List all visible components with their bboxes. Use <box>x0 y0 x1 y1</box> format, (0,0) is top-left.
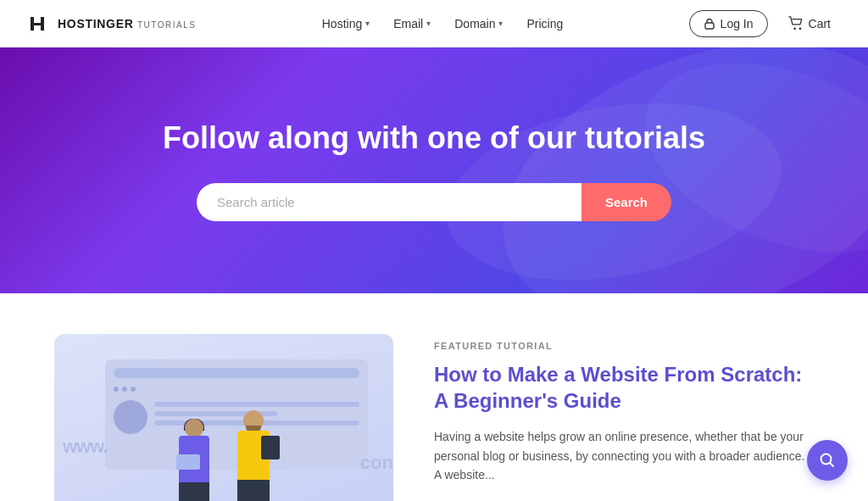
chevron-down-icon: ▾ <box>498 19 503 28</box>
nav-hosting[interactable]: Hosting ▾ <box>312 10 380 37</box>
hero-section: Follow along with one of our tutorials S… <box>0 47 868 293</box>
featured-info: FEATURED TUTORIAL How to Make a Website … <box>434 334 814 501</box>
nav-domain[interactable]: Domain ▾ <box>444 10 513 37</box>
person-woman <box>164 419 224 501</box>
brand-sub: TUTORIALS <box>137 20 196 30</box>
chevron-down-icon: ▾ <box>426 19 431 28</box>
brand-name: HOSTINGER <box>58 17 134 31</box>
content-section: www. con FEATURED TUTORIAL How to Make a… <box>0 293 868 501</box>
nav-menu: Hosting ▾ Email ▾ Domain ▾ Pricing <box>312 10 574 37</box>
featured-image[interactable]: www. con <box>54 334 393 501</box>
cart-button[interactable]: Cart <box>778 10 841 37</box>
chevron-down-icon: ▾ <box>365 19 370 28</box>
svg-point-2 <box>793 27 796 30</box>
search-button[interactable]: Search <box>581 183 671 221</box>
person-man <box>224 410 283 501</box>
search-bar: Search <box>197 183 671 221</box>
hero-title: Follow along with one of our tutorials <box>163 120 705 156</box>
search-input[interactable] <box>197 183 581 221</box>
logo[interactable]: HOSTINGER TUTORIALS <box>27 12 196 36</box>
nav-pricing[interactable]: Pricing <box>516 10 573 37</box>
featured-excerpt: Having a website helps grow an online pr… <box>434 427 814 484</box>
featured-label: FEATURED TUTORIAL <box>434 341 814 351</box>
svg-point-3 <box>798 27 801 30</box>
hostinger-logo-icon <box>27 12 51 36</box>
svg-rect-1 <box>705 23 714 29</box>
navbar-actions: Log In Cart <box>689 10 841 37</box>
cart-icon <box>788 16 804 31</box>
illustration-people <box>164 410 283 501</box>
lock-icon <box>704 18 715 30</box>
con-text: con <box>360 452 393 474</box>
nav-email[interactable]: Email ▾ <box>383 10 441 37</box>
login-button[interactable]: Log In <box>689 10 768 37</box>
search-icon <box>818 451 837 470</box>
float-search-button[interactable] <box>807 440 848 481</box>
globe-icon <box>114 400 147 434</box>
www-text: www. <box>63 436 108 458</box>
navbar: HOSTINGER TUTORIALS Hosting ▾ Email ▾ Do… <box>0 0 868 47</box>
featured-title[interactable]: How to Make a Website From Scratch: A Be… <box>434 361 814 414</box>
